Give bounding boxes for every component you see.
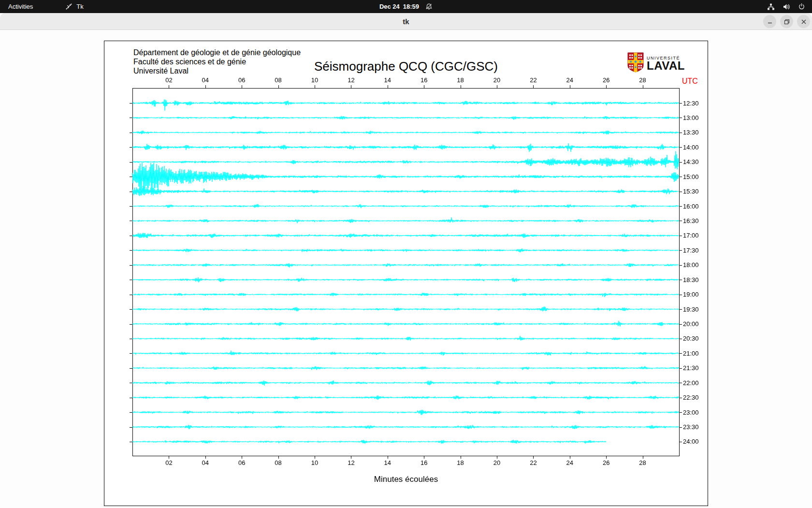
x-tick-label-top: 28 <box>635 76 651 84</box>
x-tick-label-bottom: 14 <box>379 459 396 466</box>
utc-time-label: 14:00 <box>683 144 706 151</box>
utc-time-label: 17:30 <box>683 247 706 254</box>
utc-time-label: 15:00 <box>683 173 706 180</box>
x-tick-label-bottom: 16 <box>416 459 432 466</box>
x-tick-label-bottom: 02 <box>160 459 177 466</box>
x-tick-label-top: 22 <box>525 76 541 84</box>
utc-time-label: 17:00 <box>683 232 706 239</box>
x-tick-label-bottom: 04 <box>197 459 214 466</box>
x-tick-label-top: 12 <box>343 76 359 84</box>
window-titlebar[interactable]: tk <box>0 13 812 30</box>
close-button[interactable] <box>797 15 810 28</box>
utc-time-label: 12:30 <box>683 100 706 107</box>
clock-menu[interactable]: Dec 24 18:59 <box>0 0 812 13</box>
utc-time-label: 19:00 <box>683 291 706 298</box>
x-tick-label-top: 04 <box>197 76 214 84</box>
x-tick-label-top: 16 <box>416 76 432 84</box>
utc-time-label: 15:30 <box>683 188 706 195</box>
topbar-time: 18:59 <box>403 3 419 10</box>
utc-time-label: 13:30 <box>683 129 706 136</box>
desktop: Activities Tk Dec 24 18:59 <box>0 0 812 508</box>
utc-time-label: 16:30 <box>683 217 706 224</box>
utc-time-label: 19:30 <box>683 306 706 313</box>
x-tick-label-top: 08 <box>270 76 287 84</box>
seismograph-panel: Département de géologie et de génie géol… <box>104 41 708 506</box>
utc-time-label: 23:00 <box>683 409 706 416</box>
utc-time-label: 20:00 <box>683 320 706 328</box>
x-tick-label-bottom: 28 <box>635 459 651 466</box>
utc-time-label: 20:30 <box>683 335 706 342</box>
x-tick-label-bottom: 06 <box>233 459 250 466</box>
x-axis-title: Minutes écoulées <box>104 475 708 484</box>
utc-time-label: 18:00 <box>683 261 706 269</box>
bell-muted-icon <box>425 3 433 10</box>
utc-time-label: 24:00 <box>683 438 706 445</box>
seismogram-canvas <box>104 41 708 506</box>
x-tick-label-top: 14 <box>379 76 396 84</box>
utc-time-label: 21:30 <box>683 364 706 372</box>
window-content: Département de géologie et de génie géol… <box>0 30 812 508</box>
x-tick-label-bottom: 18 <box>452 459 469 466</box>
x-tick-label-bottom: 26 <box>598 459 614 466</box>
x-tick-label-top: 26 <box>598 76 614 84</box>
utc-time-label: 13:00 <box>683 114 706 121</box>
system-status-menu[interactable] <box>767 0 812 13</box>
x-tick-label-top: 18 <box>452 76 469 84</box>
wired-network-icon <box>767 3 775 11</box>
window-title: tk <box>0 13 812 30</box>
x-tick-label-bottom: 24 <box>562 459 578 466</box>
power-icon <box>798 3 805 10</box>
utc-time-label: 21:00 <box>683 350 706 357</box>
utc-time-label: 23:30 <box>683 423 706 431</box>
gnome-top-bar: Activities Tk Dec 24 18:59 <box>0 0 812 13</box>
x-tick-label-top: 10 <box>306 76 323 84</box>
utc-time-label: 14:30 <box>683 158 706 165</box>
utc-time-label: 16:00 <box>683 203 706 210</box>
x-tick-label-top: 24 <box>562 76 578 84</box>
x-tick-label-bottom: 20 <box>489 459 505 466</box>
utc-time-label: 22:00 <box>683 379 706 387</box>
topbar-date: Dec 24 <box>379 3 400 10</box>
x-tick-label-bottom: 10 <box>306 459 323 466</box>
x-tick-label-bottom: 22 <box>525 459 541 466</box>
x-tick-label-top: 06 <box>233 76 250 84</box>
x-tick-label-top: 20 <box>489 76 505 84</box>
minimize-button[interactable] <box>763 15 776 28</box>
maximize-button[interactable] <box>780 15 793 28</box>
utc-time-label: 18:30 <box>683 276 706 284</box>
x-tick-label-bottom: 08 <box>270 459 287 466</box>
x-tick-label-bottom: 12 <box>343 459 359 466</box>
utc-time-label: 22:30 <box>683 394 706 401</box>
volume-icon <box>783 3 790 11</box>
x-tick-label-top: 02 <box>160 76 177 84</box>
